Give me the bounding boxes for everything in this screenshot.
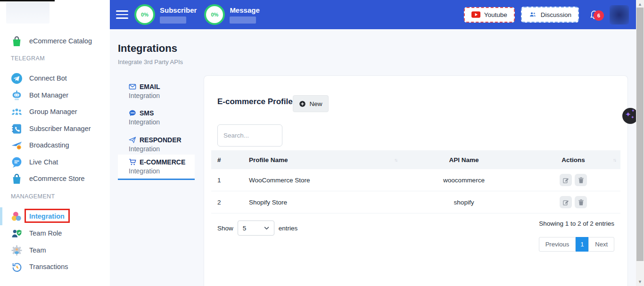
subscriber-progress-circle: 0% bbox=[134, 4, 155, 25]
tab-sms-integration[interactable]: SMS SMS Integration bbox=[118, 106, 195, 130]
topbar: 0% Subscriber 0% Message Youtube Discuss… bbox=[110, 0, 636, 29]
sidebar-item-bot-manager[interactable]: Bot Manager bbox=[11, 88, 68, 102]
edit-button[interactable] bbox=[560, 196, 572, 208]
showing-entries-text: Showing 1 to 2 of 2 entries bbox=[539, 220, 614, 227]
new-button-label: New bbox=[309, 100, 322, 107]
cell-num: 1 bbox=[211, 177, 249, 184]
message-progress-widget: 0% Message bbox=[204, 4, 259, 25]
discussion-button-label: Discussion bbox=[541, 11, 571, 18]
page-size-select[interactable]: 5 bbox=[238, 221, 274, 236]
discussion-button[interactable]: Discussion bbox=[521, 7, 579, 23]
svg-text:SMS: SMS bbox=[131, 112, 135, 114]
people-group-icon bbox=[11, 106, 23, 118]
sidebar-item-label: Live Chat bbox=[29, 158, 58, 166]
robot-icon bbox=[11, 90, 23, 101]
tab-ecommerce-integration[interactable]: E-COMMERCE Integration bbox=[118, 155, 195, 180]
cell-api-name: woocommerce bbox=[402, 177, 526, 184]
delete-button[interactable] bbox=[575, 196, 587, 208]
tab-email-integration[interactable]: EMAIL Integration bbox=[118, 79, 195, 103]
sidebar-item-ecommerce-store[interactable]: eCommerce Store bbox=[11, 172, 85, 186]
cell-profile-name: Shopify Store bbox=[249, 199, 402, 206]
entries-label: entries bbox=[279, 225, 298, 232]
user-avatar[interactable] bbox=[610, 5, 629, 25]
sidebar-item-connect-bot[interactable]: Connect Bot bbox=[11, 71, 67, 85]
table-row: 1 WooCommerce Store woocommerce bbox=[211, 169, 620, 191]
sidebar: eCommerce Catalog TELEGRAM Connect Bot B… bbox=[0, 0, 110, 286]
person-shield-icon bbox=[11, 228, 23, 239]
pagination: Previous 1 Next bbox=[539, 237, 614, 252]
youtube-button[interactable]: Youtube bbox=[464, 7, 515, 23]
sidebar-item-subscriber-manager[interactable]: Subscriber Manager bbox=[11, 122, 91, 136]
scrollbar-thumb[interactable] bbox=[636, 8, 644, 261]
ecommerce-profile-card: E-commerce Profile New #↑↓ Profile Name↑… bbox=[204, 75, 628, 286]
hamburger-menu-icon[interactable] bbox=[116, 10, 128, 19]
sidebar-item-broadcasting[interactable]: Broadcasting bbox=[11, 138, 69, 152]
tab-name: E-COMMERCE bbox=[140, 158, 185, 166]
paper-plane-icon bbox=[129, 136, 136, 144]
chevron-down-icon bbox=[264, 227, 269, 230]
active-item-indicator bbox=[0, 207, 2, 225]
column-header-actions[interactable]: Actions↑↓ bbox=[526, 156, 620, 163]
shopping-bag-blue-icon bbox=[11, 173, 23, 185]
sort-icon[interactable]: ↑↓ bbox=[613, 157, 616, 163]
sort-icon[interactable]: ↑↓ bbox=[394, 157, 397, 163]
column-header-api-name[interactable]: API Name bbox=[402, 156, 526, 163]
sidebar-item-live-chat[interactable]: Live Chat bbox=[11, 155, 58, 169]
notifications-button[interactable]: 6 bbox=[589, 8, 599, 21]
scroll-up-icon[interactable]: ▲ bbox=[636, 1, 644, 8]
envelope-icon bbox=[129, 83, 136, 90]
sidebar-item-label: Transactions bbox=[29, 263, 68, 270]
tab-name: RESPONDER bbox=[140, 136, 182, 144]
tab-sub: Integration bbox=[129, 118, 195, 126]
sparkle-icon: ✦ bbox=[631, 115, 635, 120]
trash-icon bbox=[578, 199, 585, 206]
sidebar-item-label: Subscriber Manager bbox=[29, 125, 91, 132]
tab-sub: Integration bbox=[129, 145, 195, 153]
sidebar-item-label: Team bbox=[29, 246, 46, 254]
broadcast-plane-icon bbox=[11, 139, 23, 151]
cell-num: 2 bbox=[211, 199, 249, 206]
table-row: 2 Shopify Store shopify bbox=[211, 191, 620, 213]
column-header-profile-name[interactable]: Profile Name↑↓ bbox=[249, 156, 402, 163]
current-page-button[interactable]: 1 bbox=[576, 237, 588, 252]
sidebar-item-team[interactable]: Team bbox=[11, 243, 46, 257]
app-logo[interactable] bbox=[6, 2, 50, 24]
shopping-bag-green-icon bbox=[11, 35, 23, 47]
sidebar-item-label: Group Manager bbox=[29, 108, 77, 115]
tab-name: EMAIL bbox=[140, 83, 160, 90]
tab-responder-integration[interactable]: RESPONDER Integration bbox=[118, 132, 195, 156]
youtube-icon bbox=[471, 11, 480, 18]
sparkle-icon: ✦ bbox=[631, 108, 635, 113]
sidebar-item-group-manager[interactable]: Group Manager bbox=[11, 105, 77, 119]
previous-page-button[interactable]: Previous bbox=[539, 237, 576, 252]
gear-person-icon bbox=[11, 245, 23, 256]
cell-profile-name: WooCommerce Store bbox=[249, 177, 402, 184]
sidebar-item-ecommerce-catalog[interactable]: eCommerce Catalog bbox=[11, 34, 92, 48]
tab-sub: Integration bbox=[129, 92, 195, 99]
new-profile-button[interactable]: New bbox=[293, 95, 329, 112]
message-label: Message bbox=[230, 6, 259, 14]
main-content: Integrations Integrate 3rd Party APIs EM… bbox=[110, 29, 636, 286]
scroll-down-icon[interactable]: ▼ bbox=[636, 278, 644, 285]
next-page-button[interactable]: Next bbox=[588, 237, 614, 252]
subscriber-label: Subscriber bbox=[160, 6, 197, 14]
search-input[interactable] bbox=[217, 124, 282, 147]
sms-bubble-icon: SMS bbox=[129, 109, 136, 117]
window-edge-strip bbox=[0, 0, 55, 1]
cart-icon bbox=[129, 158, 136, 166]
page-subtitle: Integrate 3rd Party APIs bbox=[118, 58, 183, 65]
panel-heading: E-commerce Profile bbox=[217, 97, 293, 106]
column-header-num[interactable]: #↑↓ bbox=[211, 156, 249, 163]
youtube-button-label: Youtube bbox=[484, 11, 507, 18]
sidebar-item-transactions[interactable]: Transactions bbox=[11, 260, 68, 274]
notification-badge: 6 bbox=[594, 10, 604, 21]
delete-button[interactable] bbox=[575, 174, 587, 186]
telegram-plane-icon bbox=[11, 73, 23, 84]
tab-name: SMS bbox=[140, 109, 154, 117]
message-percent: 0% bbox=[211, 12, 218, 17]
message-value-redacted bbox=[230, 16, 256, 24]
sidebar-item-team-role[interactable]: Team Role bbox=[11, 226, 62, 240]
edit-button[interactable] bbox=[560, 174, 572, 186]
vertical-scrollbar[interactable]: ▲ ▼ bbox=[636, 0, 644, 286]
annotation-highlight-box bbox=[25, 209, 70, 223]
